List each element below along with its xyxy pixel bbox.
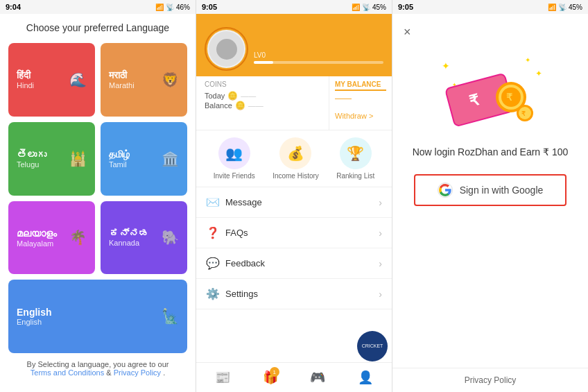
language-tile-hindi[interactable]: हिंदी Hindi 🌊 [8, 43, 95, 117]
signin-label: Sign in with Google [460, 185, 544, 196]
income-history-button[interactable]: 💰 Income History [273, 137, 319, 180]
today-row: Today 🪙 —— [205, 91, 320, 101]
time-panel2: 9:05 [202, 3, 217, 11]
terms-link[interactable]: Terms and Conditions [31, 368, 104, 377]
coins-label: COINS [205, 80, 320, 88]
income-icon: 💰 [279, 137, 311, 169]
marathi-native: मराठी [109, 69, 135, 81]
income-label: Income History [273, 172, 319, 180]
floating-button-text: CRICKET [361, 342, 385, 350]
login-content: × ✦ ✦ ✦ ✦ ₹ ₹ ₹ [392, 14, 588, 368]
ranking-label: Ranking List [336, 172, 374, 180]
footer-panel3: Privacy Policy [392, 368, 588, 392]
language-tile-english[interactable]: English English 🗽 [8, 280, 187, 353]
settings-menu-item[interactable]: ⚙️ Settings › [196, 279, 392, 309]
today-label: Today [205, 92, 225, 100]
footer-text: By Selecting a language, you agree to ou… [27, 360, 169, 368]
ranking-list-button[interactable]: 🏆 Ranking List [336, 137, 374, 180]
withdraw-button[interactable]: Withdraw > [335, 106, 386, 126]
svg-text:✦: ✦ [535, 69, 542, 78]
language-tile-tamil[interactable]: தமிழ் Tamil 🏛️ [101, 122, 187, 196]
hindi-icon: 🌊 [69, 71, 87, 88]
reward-illustration: ✦ ✦ ✦ ✦ ₹ ₹ ₹ [435, 52, 546, 135]
profile-header: LV0 [196, 14, 392, 76]
invite-icon: 👥 [218, 137, 250, 169]
english-icon: 🗽 [162, 308, 179, 325]
english-english: English [17, 318, 52, 326]
coin-icon-today: 🪙 [227, 91, 238, 101]
hindi-english: Hindi [17, 81, 34, 90]
period: . [163, 368, 165, 377]
close-button[interactable]: × [404, 25, 411, 40]
language-content: Choose your preferred Language हिंदी Hin… [0, 14, 196, 392]
status-icons-panel1: 📶 📡 46% [155, 3, 190, 11]
coins-section: COINS Today 🪙 —— Balance 🪙 —— MY BALANCE… [196, 76, 392, 130]
language-title: Choose your preferred Language [8, 22, 187, 33]
bottom-nav-news[interactable]: 📰 [212, 366, 233, 389]
floating-cricket-button[interactable]: CRICKET [357, 331, 388, 361]
english-native: English [17, 307, 52, 318]
telugu-english: Telugu [17, 160, 46, 169]
google-g-svg [439, 184, 451, 196]
privacy-link[interactable]: Privacy Policy [114, 368, 161, 377]
status-bar-panel2: 9:05 📶 📡 45% [196, 0, 392, 14]
bottom-nav-rewards[interactable]: 🎁 1 [260, 366, 281, 389]
feedback-arrow: › [379, 258, 382, 269]
google-icon [438, 182, 453, 198]
today-dash: —— [241, 92, 256, 100]
progress-fill [254, 61, 273, 64]
my-balance-tab[interactable]: MY BALANCE [335, 80, 386, 91]
tamil-native: தமிழ் [109, 148, 130, 160]
bottom-nav: 📰 🎁 1 🎮 👤 [196, 362, 392, 392]
kannada-icon: 🐘 [162, 229, 179, 246]
settings-label: Settings [225, 289, 379, 299]
message-label: Message [225, 197, 379, 207]
level-text: LV0 [254, 51, 383, 59]
coins-left: COINS Today 🪙 —— Balance 🪙 —— [196, 76, 329, 130]
invite-label: Invite Friends [214, 172, 255, 180]
marathi-english: Marathi [109, 81, 135, 90]
privacy-policy-text: Privacy Policy [465, 375, 517, 385]
faq-icon: ❓ [206, 226, 225, 239]
svg-text:✦: ✦ [525, 56, 530, 64]
and-text: & [106, 368, 113, 377]
feedback-icon: 💬 [206, 257, 225, 270]
settings-icon: ⚙️ [206, 287, 225, 300]
avatar[interactable] [207, 30, 245, 68]
language-tile-marathi[interactable]: मराठी Marathi 🦁 [101, 43, 187, 117]
invite-friends-button[interactable]: 👥 Invite Friends [214, 137, 255, 180]
faqs-menu-item[interactable]: ❓ FAQs › [196, 218, 392, 248]
language-tile-telugu[interactable]: తెలుగు Telugu 🕌 [8, 122, 95, 196]
message-menu-item[interactable]: ✉️ Message › [196, 187, 392, 218]
login-panel: 9:05 📶 📡 45% × ✦ ✦ ✦ ✦ ₹ ₹ [392, 0, 588, 392]
level-bar: LV0 [254, 51, 383, 71]
bottom-nav-profile[interactable]: 👤 [355, 366, 376, 389]
message-arrow: › [379, 197, 382, 208]
reward-svg: ✦ ✦ ✦ ✦ ₹ ₹ ₹ [435, 52, 546, 135]
google-signin-button[interactable]: Sign in with Google [414, 174, 567, 206]
footer-panel1: By Selecting a language, you agree to ou… [8, 353, 187, 384]
bottom-nav-games[interactable]: 🎮 [307, 366, 328, 389]
balance-value: —— [335, 94, 386, 103]
marathi-icon: 🦁 [162, 71, 179, 88]
earn-text: Now login RozDhan and Earn ₹ 100 [413, 146, 569, 157]
status-icons-panel3: 📶 📡 45% [548, 3, 582, 11]
svg-text:✦: ✦ [442, 60, 450, 71]
rewards-badge: 1 [270, 367, 279, 377]
language-panel: 9:04 📶 📡 46% Choose your preferred Langu… [0, 0, 196, 392]
faq-label: FAQs [225, 228, 379, 238]
coins-right: MY BALANCE —— Withdraw > [329, 76, 392, 130]
coin-icon-balance: 🪙 [235, 101, 245, 110]
action-icons: 👥 Invite Friends 💰 Income History 🏆 Rank… [196, 130, 392, 187]
time-panel1: 9:04 [6, 3, 21, 11]
language-tile-malayalam[interactable]: മലയാളം Malayalam 🌴 [8, 201, 95, 275]
settings-arrow: › [379, 289, 382, 300]
language-tile-kannada[interactable]: ಕನ್ನಡ Kannada 🐘 [101, 201, 187, 275]
feedback-label: Feedback [225, 258, 379, 269]
feedback-menu-item[interactable]: 💬 Feedback › [196, 248, 392, 279]
kannada-native: ಕನ್ನಡ [109, 228, 148, 239]
message-icon: ✉️ [206, 196, 225, 209]
faq-arrow: › [379, 228, 382, 239]
balance-label: Balance [205, 101, 232, 110]
ranking-icon: 🏆 [340, 137, 372, 169]
